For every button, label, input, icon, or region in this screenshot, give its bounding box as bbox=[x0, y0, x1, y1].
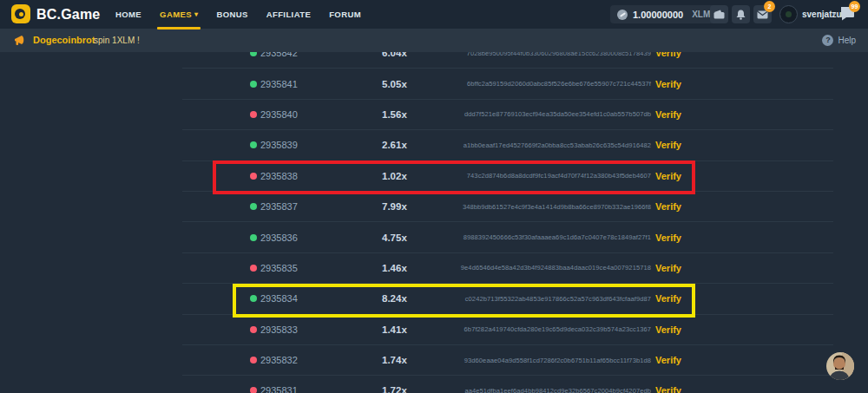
nav-item-affiliate[interactable]: AFFILIATE bbox=[266, 0, 311, 29]
hash: 743c2d874b6d8a8dcdf9fc19acf4d70f74f12a38… bbox=[467, 161, 651, 191]
hash: 6b7f282a419740cfda280e19c65d9deca032c39b… bbox=[464, 315, 651, 344]
verify-link[interactable]: Verify bbox=[655, 253, 681, 283]
verify-link[interactable]: Verify bbox=[655, 315, 681, 344]
currency-label: XLM bbox=[692, 10, 710, 19]
hash: 93d60eaae04a9d558f1cd7286f2c0b6751b11af6… bbox=[464, 345, 651, 375]
verify-link[interactable]: Verify bbox=[655, 345, 681, 375]
multiplier: 1.56x bbox=[382, 100, 407, 129]
bet-id: 2935833 bbox=[260, 315, 298, 344]
webcam-avatar bbox=[826, 352, 854, 380]
bet-id: 2935834 bbox=[260, 284, 298, 313]
verify-link[interactable]: Verify bbox=[655, 222, 681, 252]
help-button[interactable]: ? Help bbox=[822, 29, 856, 52]
hash: 348bb9db61527e4c9f3e4a1414d9b8ba66ce8970… bbox=[463, 192, 651, 221]
nav-item-home[interactable]: HOME bbox=[115, 0, 141, 29]
result-dot bbox=[250, 234, 257, 241]
announcement-message: spin 1XLM ! bbox=[94, 29, 140, 52]
notifications-button[interactable] bbox=[732, 5, 750, 23]
bets-table-body: 2935842 6.04x 7028be950095f44f0b33060296… bbox=[182, 38, 833, 393]
help-label: Help bbox=[838, 36, 856, 45]
announcement-bar: Dogecoinbrot spin 1XLM ! ? Help bbox=[0, 29, 868, 52]
table-row[interactable]: 2935833 1.41x 6b7f282a419740cfda280e19c6… bbox=[182, 315, 833, 345]
nav-item-games[interactable]: GAMES ▾ bbox=[160, 0, 198, 29]
verify-link[interactable]: Verify bbox=[655, 100, 681, 129]
bet-id: 2935841 bbox=[260, 69, 298, 98]
brand-title[interactable]: BC.Game bbox=[36, 0, 100, 29]
multiplier: 1.02x bbox=[382, 161, 407, 191]
bcgame-logo-icon[interactable] bbox=[11, 4, 30, 23]
verify-link[interactable]: Verify bbox=[655, 130, 681, 160]
bet-id: 2935836 bbox=[260, 222, 298, 252]
verify-link[interactable]: Verify bbox=[655, 161, 681, 191]
mail-badge: 2 bbox=[764, 1, 775, 12]
result-dot bbox=[250, 265, 257, 272]
table-row[interactable]: 2935836 4.75x 8988392450666c53f30afaaaea… bbox=[182, 222, 833, 252]
result-dot bbox=[250, 357, 257, 364]
verify-link[interactable]: Verify bbox=[655, 69, 681, 98]
result-dot bbox=[250, 295, 257, 302]
result-dot bbox=[250, 173, 257, 180]
hash: a1bb0eaaf17ed4527669f2a0bba8cc53abab26c6… bbox=[464, 130, 651, 160]
hash: ddd7f521e87769103ecf94ea35da50ee354efd1c… bbox=[464, 100, 651, 129]
table-row[interactable]: 2935831 1.72x aa4e51dfba1eef6ad4bb98412c… bbox=[182, 376, 833, 393]
chevron-down-icon: ▾ bbox=[194, 10, 198, 18]
bet-id: 2935832 bbox=[260, 345, 298, 375]
table-row[interactable]: 2935840 1.56x ddd7f521e87769103ecf94ea35… bbox=[182, 100, 833, 130]
bet-id: 2935840 bbox=[260, 100, 298, 129]
bell-icon bbox=[736, 10, 746, 20]
table-row[interactable]: 2935838 1.02x 743c2d874b6d8a8dcdf9fc19ac… bbox=[182, 161, 833, 192]
hash: 8988392450666c53f30afaaaea69c1d6a7c0407e… bbox=[464, 222, 651, 252]
table-row[interactable]: 2935837 7.99x 348bb9db61527e4c9f3e4a1414… bbox=[182, 192, 833, 222]
hash: c0242b713f55322ab4853e917866c52a57c963df… bbox=[465, 284, 651, 313]
logo-eye-shape bbox=[19, 12, 23, 16]
main-nav: HOME GAMES ▾ BONUS AFFILIATE FORUM bbox=[115, 0, 361, 29]
nav-label: AFFILIATE bbox=[266, 10, 311, 19]
result-dot bbox=[250, 387, 257, 393]
nav-label: HOME bbox=[115, 10, 141, 19]
chat-badge: 99 bbox=[849, 1, 860, 12]
multiplier: 7.99x bbox=[382, 192, 407, 221]
question-icon: ? bbox=[822, 35, 833, 46]
page: 2935842 6.04x 7028be950095f44f0b33060296… bbox=[0, 0, 868, 393]
multiplier: 5.05x bbox=[382, 69, 407, 98]
hash: aa4e51dfba1eef6ad4bb98412cd9e32b6567c200… bbox=[464, 376, 651, 393]
hash: 6bffc2a59159d2060d0abc85f526e6be676e5590… bbox=[467, 69, 651, 98]
verify-link[interactable]: Verify bbox=[655, 376, 681, 393]
wallet-button[interactable] bbox=[710, 5, 728, 23]
table-row[interactable]: 2935841 5.05x 6bffc2a59159d2060d0abc85f5… bbox=[182, 69, 833, 99]
bet-id: 2935839 bbox=[260, 130, 298, 160]
chevron-down-icon: ▾ bbox=[832, 0, 836, 29]
result-dot bbox=[250, 141, 257, 148]
verify-link[interactable]: Verify bbox=[655, 284, 681, 313]
nav-item-bonus[interactable]: BONUS bbox=[216, 0, 247, 29]
verify-link[interactable]: Verify bbox=[655, 192, 681, 221]
announcement-title[interactable]: Dogecoinbrot bbox=[33, 29, 95, 52]
nav-label: BONUS bbox=[216, 10, 247, 19]
balance-amount: 1.00000000 bbox=[633, 10, 683, 20]
multiplier: 1.74x bbox=[382, 345, 407, 375]
megaphone-icon bbox=[14, 34, 28, 47]
result-dot bbox=[250, 203, 257, 210]
bet-id: 2935838 bbox=[260, 161, 298, 191]
nav-item-forum[interactable]: FORUM bbox=[329, 0, 361, 29]
bet-id: 2935831 bbox=[260, 376, 298, 393]
multiplier: 8.24x bbox=[382, 284, 407, 313]
result-dot bbox=[250, 81, 257, 88]
nav-label: FORUM bbox=[329, 10, 361, 19]
table-row[interactable]: 2935839 2.61x a1bb0eaaf17ed4527669f2a0bb… bbox=[182, 130, 833, 160]
table-row[interactable]: 2935835 1.46x 9e4d6546d4e58a42d3b4f92488… bbox=[182, 253, 833, 284]
result-dot bbox=[250, 326, 257, 333]
bet-id: 2935835 bbox=[260, 253, 298, 283]
avatar[interactable] bbox=[779, 5, 798, 23]
wallet-icon bbox=[713, 10, 725, 19]
xlm-coin-icon bbox=[617, 10, 628, 20]
multiplier: 2.61x bbox=[382, 130, 407, 160]
bet-id: 2935837 bbox=[260, 192, 298, 221]
multiplier: 1.41x bbox=[382, 315, 407, 344]
nav-label: GAMES bbox=[160, 10, 192, 19]
multiplier: 1.46x bbox=[382, 253, 407, 283]
table-row[interactable]: 2935834 8.24x c0242b713f55322ab4853e9178… bbox=[182, 284, 833, 314]
table-row[interactable]: 2935832 1.74x 93d60eaae04a9d558f1cd7286f… bbox=[182, 345, 833, 376]
top-navbar: BC.Game HOME GAMES ▾ BONUS AFFILIATE FOR… bbox=[0, 0, 868, 29]
balance-selector[interactable]: 1.00000000 XLM ▾ bbox=[610, 5, 726, 23]
